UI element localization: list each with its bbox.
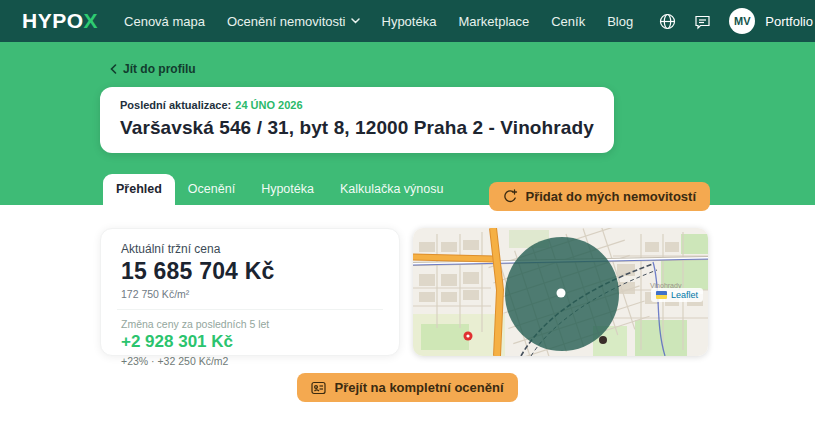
add-property-icon <box>503 189 518 204</box>
price-change-detail: +23% · +32 250 Kč/m2 <box>121 355 379 367</box>
language-globe-icon[interactable] <box>659 13 676 30</box>
last-updated-date: 24 ÚNO 2026 <box>235 99 302 111</box>
nav-item-blog[interactable]: Blog <box>607 14 633 29</box>
nav-item-marketplace[interactable]: Marketplace <box>458 14 529 29</box>
ukraine-flag-icon <box>656 291 667 299</box>
user-avatar[interactable]: MV <box>729 8 755 34</box>
chevron-left-icon <box>110 64 117 74</box>
nav-item-label: Ocenění nemovitosti <box>227 14 346 29</box>
valuation-report-icon <box>311 381 326 395</box>
brand-name: HYPO <box>22 9 84 33</box>
nav-item-label: Hypotéka <box>382 14 437 29</box>
chat-icon[interactable] <box>694 13 711 30</box>
back-link-label: Jít do profilu <box>123 62 196 76</box>
nav-item-label: Blog <box>607 14 633 29</box>
price-change-label: Změna ceny za posledních 5 let <box>121 318 379 330</box>
chevron-down-icon <box>351 18 360 24</box>
add-button-label: Přidat do mých nemovitostí <box>526 189 696 204</box>
tab-oceneni[interactable]: Ocenění <box>175 174 248 205</box>
page-title: Varšavská 546 / 31, byt 8, 12000 Praha 2… <box>120 117 594 139</box>
main-nav: Cenová mapa Ocenění nemovitosti Hypotéka… <box>124 14 633 29</box>
market-price-card: Aktuální tržní cena 15 685 704 Kč 172 75… <box>100 228 400 356</box>
last-updated-label: Poslední aktualizace: <box>120 99 231 111</box>
price-change-value: +2 928 301 Kč <box>121 332 379 352</box>
top-navbar: HYPOX Cenová mapa Ocenění nemovitosti Hy… <box>0 0 815 42</box>
overview-content: Aktuální tržní cena 15 685 704 Kč 172 75… <box>0 205 815 402</box>
tab-bar: Přehled Ocenění Hypotéka Kalkulačka výno… <box>0 174 815 205</box>
property-hero-section: Jít do profilu Poslední aktualizace:24 Ú… <box>0 42 815 205</box>
back-to-profile-link[interactable]: Jít do profilu <box>110 62 196 76</box>
portfolio-link[interactable]: Portfolio <box>765 14 813 29</box>
go-to-full-valuation-button[interactable]: Přejít na kompletní ocenění <box>297 373 517 402</box>
go-button-label: Přejít na kompletní ocenění <box>334 380 503 395</box>
nav-item-oceneni-nemovitosti[interactable]: Ocenění nemovitosti <box>227 14 360 29</box>
nav-item-cenova-mapa[interactable]: Cenová mapa <box>124 14 205 29</box>
nav-item-hypoteka[interactable]: Hypotéka <box>382 14 437 29</box>
navbar-right: MV Portfolio <box>659 8 815 34</box>
brand-accent: X <box>84 9 99 33</box>
map-attribution[interactable]: Leaflet <box>651 288 703 302</box>
card-divider <box>117 309 383 310</box>
nav-item-label: Ceník <box>551 14 585 29</box>
tab-prehled[interactable]: Přehled <box>103 174 175 205</box>
price-per-m2: 172 750 Kč/m² <box>121 288 379 300</box>
leaflet-link: Leaflet <box>671 290 698 300</box>
nav-item-label: Marketplace <box>458 14 529 29</box>
last-updated: Poslední aktualizace:24 ÚNO 2026 <box>120 99 594 111</box>
location-map[interactable]: Vinohrady Leaflet <box>413 228 708 356</box>
add-to-my-properties-button[interactable]: Přidat do mých nemovitostí <box>489 182 710 211</box>
tab-hypoteka[interactable]: Hypotéka <box>248 174 327 205</box>
address-card: Poslední aktualizace:24 ÚNO 2026 Varšavs… <box>100 87 614 153</box>
brand-logo[interactable]: HYPOX <box>22 9 98 33</box>
tab-kalkulacka-vynosu[interactable]: Kalkulačka výnosu <box>327 174 457 205</box>
nav-item-cenik[interactable]: Ceník <box>551 14 585 29</box>
nav-item-label: Cenová mapa <box>124 14 205 29</box>
avatar-initials: MV <box>734 15 751 27</box>
current-price-label: Aktuální tržní cena <box>121 242 379 256</box>
current-price-value: 15 685 704 Kč <box>121 258 379 285</box>
